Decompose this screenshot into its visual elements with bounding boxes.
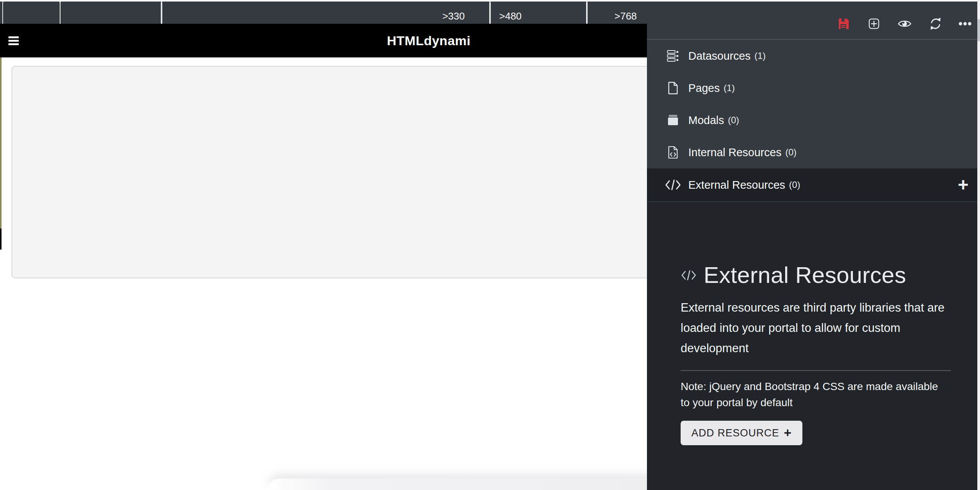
breakpoint-tab-1[interactable] (2, 2, 60, 24)
breakpoint-tab-480[interactable]: >480 (489, 2, 588, 24)
file-code-icon (665, 145, 681, 159)
sidebar-toolbar (647, 0, 980, 40)
sidebar-item-external-resources[interactable]: External Resources (0) + (647, 168, 980, 201)
refresh-icon[interactable] (928, 16, 943, 31)
sidebar-menu: Datasources (1) Pages (1) Modals (0) (647, 40, 980, 201)
preview-eye-icon[interactable] (897, 16, 912, 31)
left-edge-strip (0, 57, 2, 229)
scrollbar-thumb[interactable] (977, 19, 980, 41)
save-icon[interactable] (836, 16, 851, 31)
detail-description: External resources are third party libra… (681, 297, 945, 358)
sidebar-item-count: (0) (789, 180, 800, 190)
sidebar-item-datasources[interactable]: Datasources (1) (647, 40, 980, 72)
sidebar-item-label: Internal Resources (688, 146, 781, 159)
add-resource-button-label: ADD RESOURCE (691, 427, 779, 439)
left-edge-strip-dark (0, 229, 2, 250)
sidebar-item-internal-resources[interactable]: Internal Resources (0) (647, 136, 980, 168)
builder-sidebar: Datasources (1) Pages (1) Modals (0) (647, 0, 980, 490)
sidebar-item-count: (0) (785, 147, 796, 158)
page-scrollbar[interactable] (977, 0, 980, 490)
sidebar-item-label: Modals (688, 114, 724, 127)
sidebar-item-label: External Resources (688, 179, 785, 191)
sidebar-item-label: Datasources (688, 50, 751, 62)
sidebar-item-modals[interactable]: Modals (0) (647, 104, 980, 136)
server-icon (665, 49, 681, 63)
file-icon (665, 81, 681, 95)
breakpoint-tab-768[interactable]: >768 (586, 2, 647, 24)
add-icon[interactable] (866, 16, 882, 31)
breakpoint-tab-label: >480 (499, 10, 522, 22)
plus-icon: + (784, 426, 792, 439)
detail-title: External Resources (704, 262, 906, 288)
breakpoint-tab-label: >330 (442, 10, 465, 22)
detail-note: Note: jQuery and Bootstrap 4 CSS are mad… (681, 379, 945, 411)
sidebar-item-count: (1) (755, 51, 766, 61)
external-resources-detail-panel: External Resources External resources ar… (647, 202, 980, 490)
add-external-resource-icon[interactable]: + (958, 176, 969, 194)
detail-divider (681, 370, 951, 371)
sidebar-item-count: (1) (724, 83, 735, 93)
more-icon[interactable] (957, 16, 973, 31)
window-icon (665, 113, 681, 127)
breakpoint-tabbar: >330 >480 >768 (0, 2, 647, 24)
sidebar-item-pages[interactable]: Pages (1) (647, 72, 980, 104)
code-icon (665, 178, 681, 192)
breakpoint-tab-2[interactable] (60, 2, 162, 24)
top-hairline (0, 0, 980, 2)
detail-heading: External Resources (681, 262, 980, 288)
add-resource-button[interactable]: ADD RESOURCE + (681, 421, 802, 445)
sidebar-item-label: Pages (688, 82, 720, 95)
code-icon (681, 270, 697, 281)
breakpoint-tab-330[interactable]: >330 (161, 2, 491, 24)
breakpoint-tab-label: >768 (614, 10, 637, 22)
sidebar-item-count: (0) (728, 115, 739, 126)
